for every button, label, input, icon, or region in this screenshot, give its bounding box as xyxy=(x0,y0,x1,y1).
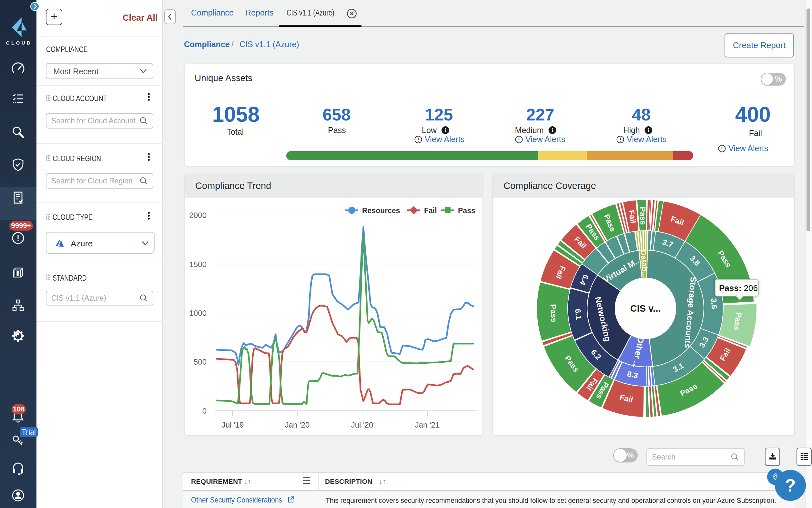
svg-text:0: 0 xyxy=(202,407,206,415)
svg-text:Pass: 206: Pass: 206 xyxy=(719,283,758,293)
svg-text:1500: 1500 xyxy=(189,260,206,269)
svg-text:3.6: 3.6 xyxy=(709,298,719,309)
svg-text:Pass: Pass xyxy=(549,304,559,322)
svg-text:Jul '20: Jul '20 xyxy=(351,421,373,429)
svg-text:1000: 1000 xyxy=(189,309,206,318)
svg-text:Fail: Fail xyxy=(424,206,437,215)
svg-text:Pass: Pass xyxy=(638,207,648,225)
svg-text:Pass: Pass xyxy=(458,206,475,215)
svg-text:2000: 2000 xyxy=(189,211,206,220)
svg-text:Jan '21: Jan '21 xyxy=(415,421,440,429)
svg-text:CIS v...: CIS v... xyxy=(630,303,661,313)
svg-text:Jan '20: Jan '20 xyxy=(285,421,310,429)
svg-text:6.1: 6.1 xyxy=(573,308,583,320)
svg-text:500: 500 xyxy=(194,357,206,366)
svg-text:Resources: Resources xyxy=(362,206,400,215)
svg-text:Jul '19: Jul '19 xyxy=(222,421,244,429)
